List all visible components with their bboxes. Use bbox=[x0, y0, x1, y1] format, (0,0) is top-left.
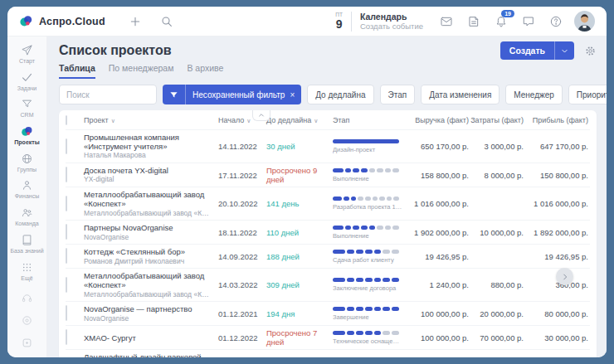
search-input[interactable] bbox=[59, 85, 157, 104]
scroll-right-button[interactable] bbox=[556, 268, 573, 285]
stage-segment bbox=[345, 226, 352, 230]
sidebar-item-more[interactable]: Ещё bbox=[7, 258, 46, 285]
sidebar-item-label: Ещё bbox=[21, 275, 32, 282]
project-cell[interactable]: NovaOrganise — партнерствоNovaOrganise bbox=[84, 304, 218, 323]
row-checkbox[interactable] bbox=[66, 329, 67, 345]
project-name[interactable]: ХМАО- Сургут bbox=[84, 333, 212, 342]
project-cell[interactable]: Партнеры NovaOrganiseNovaOrganise bbox=[84, 223, 218, 241]
active-filter-pill[interactable]: Несохраненный фильтр × bbox=[163, 85, 301, 104]
table-row[interactable]: Металлообрабатывающий завод «Конспект»Ме… bbox=[66, 187, 590, 220]
column-header-deadline[interactable]: До дедлайна∨ bbox=[266, 116, 333, 124]
sidebar-item-groups[interactable]: Группы bbox=[7, 149, 46, 177]
project-name[interactable]: Промышленная компания «Инструмент учител… bbox=[84, 133, 212, 151]
table-row[interactable]: Ландшафтный дизайн парковой территорииKr… bbox=[66, 349, 590, 357]
notes-icon[interactable] bbox=[467, 15, 480, 28]
support-icon[interactable] bbox=[21, 292, 33, 304]
project-name[interactable]: Металлообрабатывающий завод «Конспект» bbox=[84, 271, 212, 289]
row-checkbox[interactable] bbox=[66, 167, 67, 182]
search-icon[interactable] bbox=[160, 15, 173, 28]
notifications-bell-icon[interactable]: 19 bbox=[495, 15, 508, 28]
sidebar-item-label: Старт bbox=[19, 58, 35, 65]
stage-segment bbox=[347, 307, 354, 311]
project-name[interactable]: Доска почета YX-digital bbox=[84, 166, 212, 175]
filter-chip-deadline[interactable]: До дедлайна bbox=[307, 85, 373, 104]
stage-segment bbox=[379, 197, 385, 201]
column-header-stage[interactable]: Этап bbox=[333, 116, 404, 124]
row-checkbox[interactable] bbox=[66, 138, 67, 154]
select-all-checkbox[interactable] bbox=[66, 115, 67, 125]
project-cell[interactable]: Металлообрабатывающий завод «Конспект»Ме… bbox=[84, 190, 218, 217]
table-row[interactable]: ХМАО- Сургут01.12.2022Просрочено 7 днейТ… bbox=[66, 325, 590, 349]
sidebar-item-tasks[interactable]: Задачи bbox=[7, 68, 46, 95]
table-row[interactable]: Коттедж «Стеклянный бор»Романов Дмитрий … bbox=[66, 244, 590, 268]
sidebar-item-start[interactable]: Старт bbox=[7, 41, 46, 68]
deadline-cell: 309 дней bbox=[266, 280, 333, 289]
column-header-costs[interactable]: Затраты (факт) bbox=[469, 116, 524, 124]
quick-add-icon[interactable] bbox=[129, 15, 142, 28]
collapse-header-button[interactable] bbox=[252, 110, 270, 121]
filter-chip-change-date[interactable]: Дата изменения bbox=[421, 85, 499, 104]
table-row[interactable]: Металлообрабатывающий завод «Конспект»Ме… bbox=[66, 268, 590, 301]
create-dropdown-caret-icon[interactable] bbox=[555, 41, 574, 60]
main-content: Список проектов Создать Таблица bbox=[47, 36, 607, 357]
apps-icon[interactable] bbox=[21, 337, 33, 349]
project-name[interactable]: Партнеры NovaOrganise bbox=[84, 223, 212, 232]
table-header: Проект∨ Начало∨ До дедлайна∨ Этап Выручк… bbox=[66, 110, 590, 129]
column-header-profit[interactable]: Прибыль (факт) bbox=[524, 116, 590, 124]
project-cell[interactable]: Доска почета YX-digitalYX-digital bbox=[84, 166, 218, 184]
tab-table[interactable]: Таблица bbox=[59, 63, 95, 79]
filter-chip-priority[interactable]: Приоритет bbox=[568, 85, 607, 104]
tab-by-managers[interactable]: По менеджерам bbox=[109, 63, 174, 79]
finance-icon bbox=[21, 179, 33, 192]
row-checkbox[interactable] bbox=[66, 224, 67, 240]
tab-archive[interactable]: В архиве bbox=[187, 63, 223, 79]
project-cell[interactable]: Коттедж «Стеклянный бор»Романов Дмитрий … bbox=[84, 247, 218, 265]
create-event-link[interactable]: Создать событие bbox=[360, 22, 423, 31]
project-cell[interactable]: ХМАО- Сургут bbox=[84, 333, 218, 342]
row-checkbox[interactable] bbox=[66, 248, 67, 264]
sidebar-item-finance[interactable]: Финансы bbox=[7, 176, 46, 203]
stage-segment bbox=[333, 197, 342, 201]
costs-cell: 880,00 р. bbox=[469, 280, 524, 289]
mail-icon[interactable] bbox=[440, 15, 453, 28]
create-button[interactable]: Создать bbox=[500, 41, 574, 60]
project-cell[interactable]: Промышленная компания «Инструмент учител… bbox=[84, 133, 218, 160]
table-row[interactable]: Промышленная компания «Инструмент учител… bbox=[66, 129, 590, 163]
page-settings-gear-icon[interactable] bbox=[584, 45, 597, 57]
filter-chip-manager[interactable]: Менеджер bbox=[505, 85, 563, 104]
start-date-cell: 17.11.2022 bbox=[218, 171, 266, 180]
stage-segment bbox=[383, 331, 390, 335]
table-row[interactable]: NovaOrganise — партнерствоNovaOrganise01… bbox=[66, 301, 590, 325]
project-cell[interactable]: Ландшафтный дизайн парковой территорииKr… bbox=[84, 352, 218, 357]
table-row[interactable]: Доска почета YX-digitalYX-digital17.11.2… bbox=[66, 163, 590, 187]
project-name[interactable]: Коттедж «Стеклянный бор» bbox=[84, 247, 212, 256]
project-name[interactable]: Металлообрабатывающий завод «Конспект» bbox=[84, 190, 212, 208]
sidebar-item-knowledge-base[interactable]: База знаний bbox=[7, 231, 46, 258]
stage-segment bbox=[356, 250, 363, 254]
brand[interactable]: Аспро.Cloud bbox=[19, 14, 105, 28]
row-checkbox[interactable] bbox=[66, 196, 67, 211]
sidebar-item-crm[interactable]: CRM bbox=[7, 95, 46, 122]
row-checkbox[interactable] bbox=[66, 305, 67, 321]
sidebar-item-team[interactable]: Команда bbox=[7, 203, 46, 231]
sidebar-item-projects[interactable]: Проекты bbox=[7, 122, 46, 149]
project-name[interactable]: Ландшафтный дизайн парковой территории bbox=[84, 352, 212, 357]
help-icon[interactable] bbox=[549, 15, 563, 28]
column-header-revenue[interactable]: Выручка (факт) bbox=[404, 116, 469, 124]
project-cell[interactable]: Металлообрабатывающий завод «Конспект»Ме… bbox=[84, 271, 218, 298]
calendar-date-widget[interactable]: ПТ 9 bbox=[335, 12, 343, 31]
stage-segment bbox=[333, 307, 345, 311]
filter-chip-stage[interactable]: Этап bbox=[380, 85, 416, 104]
column-header-project[interactable]: Проект∨ bbox=[84, 116, 218, 124]
stage-segment bbox=[333, 250, 345, 254]
stage-label: Техническое оснащение bbox=[333, 337, 402, 345]
clear-filter-icon[interactable]: × bbox=[290, 90, 301, 99]
calendar-link[interactable]: Календарь bbox=[360, 12, 423, 22]
project-name[interactable]: NovaOrganise — партнерство bbox=[84, 304, 212, 313]
integrations-icon[interactable] bbox=[21, 314, 33, 327]
row-checkbox[interactable] bbox=[66, 277, 67, 293]
chat-icon[interactable] bbox=[522, 15, 535, 28]
view-tabs: Таблица По менеджерам В архиве bbox=[59, 63, 597, 79]
user-avatar[interactable] bbox=[574, 11, 595, 32]
table-row[interactable]: Партнеры NovaOrganiseNovaOrganise18.11.2… bbox=[66, 220, 590, 244]
